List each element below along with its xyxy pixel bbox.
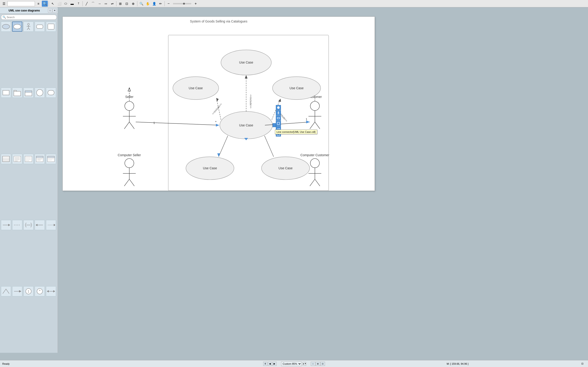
svg-marker-97: [278, 99, 281, 102]
svg-point-13: [36, 90, 43, 96]
menu-btn[interactable]: ☰: [1, 1, 7, 7]
zoom-in-tool[interactable]: 🔍: [138, 1, 144, 7]
shape-dashed[interactable]: [12, 220, 22, 230]
handle-arrow[interactable]: [276, 126, 281, 131]
svg-rect-106: [277, 117, 279, 119]
shape-number[interactable]: 1: [23, 286, 34, 296]
shape-note2[interactable]: [23, 154, 34, 164]
conn-center-botleft: [219, 136, 228, 157]
shape-rect-tab[interactable]: [23, 88, 34, 98]
split-tool[interactable]: ⇌: [109, 1, 115, 7]
svg-marker-38: [8, 224, 10, 226]
rect-tool[interactable]: ▬: [69, 1, 75, 7]
page-tool[interactable]: ⬜: [56, 1, 62, 7]
select-tool[interactable]: ↖: [50, 1, 56, 7]
shape-ellipse-filled[interactable]: [1, 22, 11, 32]
svg-line-80: [315, 179, 320, 186]
handle-actor[interactable]: [276, 110, 281, 115]
panel-title: UML use case diagrams: [1, 9, 48, 12]
svg-text:1: 1: [306, 118, 307, 121]
align-tool[interactable]: ⊞: [117, 1, 123, 7]
actor-seller: Seller: [123, 88, 136, 129]
command-input[interactable]: [7, 1, 35, 6]
group-tool[interactable]: ⊡: [124, 1, 130, 7]
shape-table[interactable]: [1, 154, 11, 164]
handle-folder[interactable]: [276, 131, 281, 136]
user-tool[interactable]: 👤: [151, 1, 157, 7]
svg-text:Use Case: Use Case: [239, 60, 253, 64]
status-ready: Ready: [2, 362, 259, 365]
handle-rect[interactable]: [276, 116, 281, 121]
zoom-adjust-btn[interactable]: ▲▼: [303, 362, 306, 366]
shape-arrow-right[interactable]: [1, 220, 11, 230]
text-tool[interactable]: T: [76, 1, 82, 7]
sep3: [116, 1, 116, 6]
next-btn[interactable]: ▶: [272, 362, 277, 366]
shape-rect-rounded2[interactable]: [46, 22, 56, 32]
view-fit-btn[interactable]: ⊡: [320, 362, 325, 366]
svg-text:Computer Customer: Computer Customer: [300, 153, 329, 157]
view-grid-btn[interactable]: ⊞: [316, 362, 320, 366]
connector-tool[interactable]: ⇿: [103, 1, 109, 7]
pan-tool[interactable]: ✋: [145, 1, 151, 7]
view-normal-btn[interactable]: □: [311, 362, 315, 366]
shape-rect-rounded[interactable]: [35, 22, 45, 32]
shape-rect[interactable]: [1, 88, 11, 98]
status-corner-icon: ⊡: [581, 362, 583, 365]
curve-tool[interactable]: ⌒: [90, 1, 96, 7]
shape-rect-rounded3[interactable]: [46, 88, 56, 98]
zoom-dropdown[interactable]: Custom 85% 50% 75% 100% 125% 150%: [281, 361, 302, 366]
shape-asterisk[interactable]: *: [35, 286, 45, 296]
zoom-slider[interactable]: [173, 3, 191, 4]
ellipse-tool[interactable]: ⬭: [63, 1, 69, 7]
shape-double-arrow[interactable]: [46, 286, 56, 296]
shape-dashed2[interactable]: [46, 220, 56, 230]
svg-text:Seller: Seller: [125, 95, 133, 99]
shape-arrow-right2[interactable]: [12, 286, 22, 296]
list-btn[interactable]: ≡: [35, 1, 41, 7]
handle-square[interactable]: [276, 121, 281, 126]
pause-btn[interactable]: ⏸: [263, 362, 267, 366]
main-toolbar: ☰ ≡ 🔍 ↖ ⬜ ⬭ ▬ T ╱ ⌒ → ⇿ ⇌ ⊞ ⊡ ⊕ 🔍 ✋ 👤 ✏ …: [0, 0, 588, 7]
svg-rect-12: [25, 91, 32, 92]
shape-arrow-left[interactable]: [35, 220, 45, 230]
search-input[interactable]: [1, 15, 57, 20]
shape-circle-outline[interactable]: [35, 88, 45, 98]
handle-circle[interactable]: [276, 105, 281, 110]
svg-text:Use Case: Use Case: [279, 166, 293, 170]
shape-ellipse[interactable]: [12, 22, 22, 32]
shape-bracket[interactable]: [23, 220, 34, 230]
shape-actor[interactable]: [23, 22, 34, 32]
snap-tool[interactable]: ⊕: [130, 1, 136, 7]
shape-folder[interactable]: [12, 88, 22, 98]
actor-computer-seller: Computer Seller: [118, 153, 141, 186]
conn-seller-center: [136, 122, 219, 125]
svg-rect-34: [48, 156, 54, 158]
svg-line-79: [310, 179, 315, 186]
svg-point-76: [310, 158, 320, 168]
panel-close-btn[interactable]: ✕: [52, 8, 57, 13]
shape-palette: 1 *: [0, 21, 58, 353]
pen-tool[interactable]: ✏: [157, 1, 164, 7]
svg-marker-95: [216, 98, 219, 102]
arrow-tool[interactable]: →: [96, 1, 103, 7]
svg-line-66: [129, 179, 134, 186]
shape-note4[interactable]: [46, 154, 56, 164]
svg-point-1: [14, 24, 21, 29]
zoom-plus-btn[interactable]: +: [193, 1, 199, 7]
prev-btn[interactable]: ◀: [268, 362, 272, 366]
zoom-out-btn[interactable]: −: [166, 1, 172, 7]
svg-text:Use Case: Use Case: [239, 123, 253, 127]
panel-minimize-btn[interactable]: □: [48, 8, 52, 13]
shape-note3[interactable]: [35, 154, 45, 164]
search-btn[interactable]: 🔍: [42, 1, 48, 7]
diagram-canvas[interactable]: System of Goods Selling via Catalogues S…: [62, 17, 375, 191]
shape-corner[interactable]: [1, 286, 11, 296]
main-area: UML use case diagrams □ ✕ 🔍: [0, 7, 588, 353]
handle-context-menu: [276, 105, 281, 136]
shape-note1[interactable]: [12, 154, 22, 164]
canvas-area[interactable]: System of Goods Selling via Catalogues S…: [58, 7, 588, 353]
svg-marker-42: [36, 224, 37, 226]
line-tool[interactable]: ╱: [84, 1, 90, 7]
svg-text:1: 1: [153, 121, 155, 125]
